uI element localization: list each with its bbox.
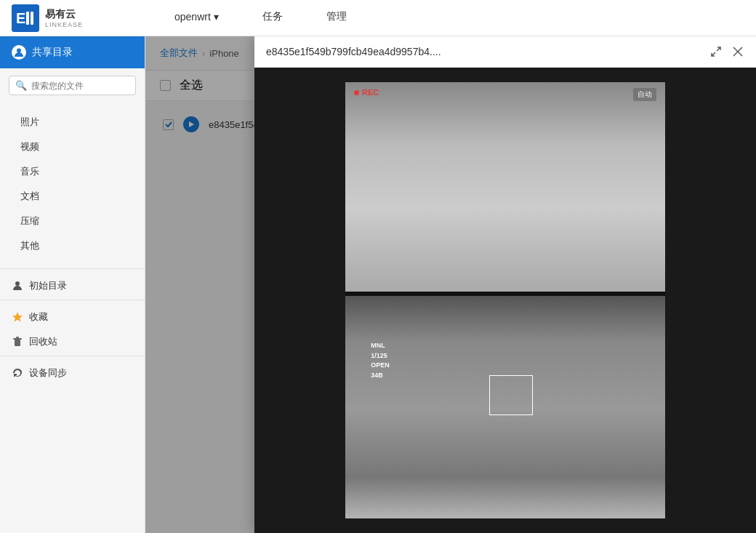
svg-text:E: E — [16, 10, 25, 26]
logo-main-text: 易有云 — [45, 8, 83, 21]
sync-label: 设备同步 — [29, 366, 67, 380]
main-nav: openwrt ▾ 任务 管理 — [145, 0, 756, 36]
trash-icon — [12, 336, 23, 348]
music-label: 音乐 — [20, 165, 39, 178]
main-area: 共享目录 🔍 照片 视频 音乐 文档 压缩 其他 — [0, 36, 756, 533]
search-box[interactable]: 🔍 — [9, 76, 136, 95]
initial-dir-label: 初始目录 — [29, 279, 67, 292]
svg-rect-8 — [13, 338, 22, 340]
videos-label: 视频 — [20, 140, 39, 153]
divider-1 — [0, 268, 145, 269]
search-input[interactable] — [31, 81, 129, 91]
nav-manage[interactable]: 管理 — [326, 0, 347, 36]
sidebar-item-compress[interactable]: 压缩 — [0, 209, 145, 233]
divider-2 — [0, 300, 145, 300]
logo: E 易有云 LINKEASE — [0, 4, 145, 32]
sidebar-user-header[interactable]: 共享目录 — [0, 36, 145, 68]
auto-badge: 自动 — [633, 88, 656, 101]
sidebar-item-favorites[interactable]: 收藏 — [0, 303, 145, 328]
recycle-label: 回收站 — [29, 335, 57, 348]
content-area: 全部文件 › iPhone 全选 — [145, 36, 756, 533]
modal-title: e8435e1f549b799fcb49ea4d9957b4.... — [266, 46, 441, 57]
dropdown-arrow-icon: ▾ — [214, 11, 219, 23]
sidebar-item-sync[interactable]: 设备同步 — [0, 359, 145, 384]
video-preview: REC 自动 MNL 1/125 OPEN 34B — [345, 82, 665, 518]
shared-dir-label: 共享目录 — [32, 46, 73, 59]
rec-label: REC — [362, 88, 379, 97]
sync-icon — [12, 367, 23, 379]
modal-body: REC 自动 MNL 1/125 OPEN 34B — [254, 68, 756, 533]
logo-sub-text: LINKEASE — [45, 21, 83, 28]
compress-label: 压缩 — [20, 215, 39, 228]
modal-header: e8435e1f549b799fcb49ea4d9957b4.... — [254, 36, 756, 68]
user-dir-icon — [12, 280, 23, 292]
close-icon — [731, 45, 744, 58]
sidebar: 共享目录 🔍 照片 视频 音乐 文档 压缩 其他 — [0, 36, 145, 533]
star-icon — [12, 311, 23, 323]
svg-point-5 — [15, 281, 20, 286]
video-frame-top: REC 自动 — [345, 82, 665, 292]
sidebar-item-initial-dir[interactable]: 初始目录 — [0, 272, 145, 297]
focus-box — [489, 375, 533, 415]
close-button[interactable] — [731, 45, 744, 58]
mnl-overlay: MNL 1/125 OPEN 34B — [371, 341, 390, 380]
sidebar-item-music[interactable]: 音乐 — [0, 159, 145, 184]
sidebar-item-photos[interactable]: 照片 — [0, 110, 145, 135]
sidebar-item-videos[interactable]: 视频 — [0, 135, 145, 159]
svg-point-4 — [17, 49, 21, 53]
rec-indicator: REC — [354, 88, 379, 97]
nav-tasks[interactable]: 任务 — [262, 0, 283, 36]
docs-label: 文档 — [20, 190, 39, 203]
logo-text: 易有云 LINKEASE — [45, 8, 83, 28]
svg-rect-2 — [26, 12, 29, 25]
mnl-line4: 34B — [371, 371, 390, 381]
video-preview-modal: e8435e1f549b799fcb49ea4d9957b4.... — [254, 36, 756, 533]
mnl-line1: MNL — [371, 341, 390, 351]
topbar: E 易有云 LINKEASE openwrt ▾ 任务 管理 — [0, 0, 756, 36]
sidebar-item-recycle[interactable]: 回收站 — [0, 328, 145, 353]
svg-rect-9 — [16, 337, 19, 338]
modal-overlay: e8435e1f549b799fcb49ea4d9957b4.... — [145, 36, 756, 533]
divider-3 — [0, 356, 145, 356]
modal-actions — [709, 45, 744, 58]
expand-icon — [709, 45, 723, 58]
svg-rect-7 — [15, 340, 20, 346]
photos-label: 照片 — [20, 116, 39, 129]
logo-icon: E — [12, 4, 39, 32]
nav-openwrt[interactable]: openwrt ▾ — [174, 1, 219, 35]
video-frame-bottom: MNL 1/125 OPEN 34B — [345, 296, 665, 518]
mnl-line2: 1/125 — [371, 351, 390, 361]
search-icon: 🔍 — [15, 80, 27, 91]
svg-marker-6 — [12, 312, 23, 322]
sidebar-item-docs[interactable]: 文档 — [0, 184, 145, 209]
svg-rect-3 — [31, 12, 33, 25]
user-icon — [12, 45, 26, 60]
rec-dot — [354, 90, 359, 95]
other-label: 其他 — [20, 239, 39, 252]
favorites-label: 收藏 — [29, 310, 48, 324]
expand-button[interactable] — [709, 45, 723, 58]
sidebar-menu: 照片 视频 音乐 文档 压缩 其他 — [0, 103, 145, 265]
sidebar-item-other[interactable]: 其他 — [0, 233, 145, 258]
mnl-line3: OPEN — [371, 361, 390, 371]
